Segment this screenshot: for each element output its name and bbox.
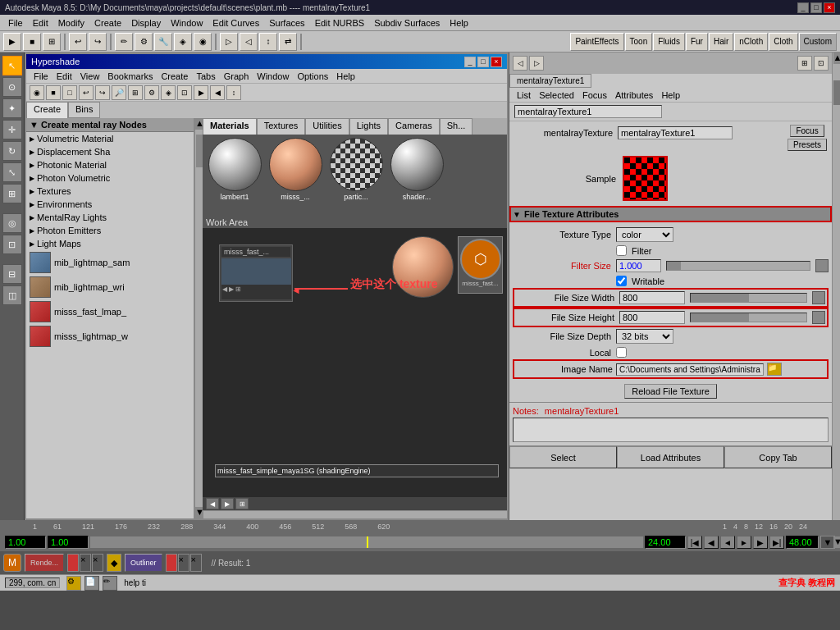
menu-edit[interactable]: Edit [28, 18, 53, 28]
hs-btn-create[interactable]: Create [26, 102, 68, 118]
toolbar-btn-1[interactable]: ▶ [3, 33, 21, 51]
outliner-btn-red[interactable] [166, 554, 177, 572]
material-item-lambert[interactable]: lambert1 [206, 138, 263, 213]
hs-toolbar-btn-3[interactable]: □ [62, 85, 77, 100]
copy-tab-button[interactable]: Copy Tab [724, 446, 832, 468]
taskbar-diamond[interactable]: ◆ [107, 554, 121, 572]
hs-tab-utilities[interactable]: Utilities [305, 118, 349, 135]
node-shading-engine[interactable]: misss_fast_simple_maya1SG (shadingEngine… [215, 464, 499, 477]
hs-toolbar-btn-2[interactable]: ■ [46, 85, 61, 100]
timeline-track[interactable] [90, 536, 643, 548]
attr-menu-focus[interactable]: Focus [578, 90, 611, 100]
hs-cat-photon-emitters[interactable]: ▶Photon Emitters [26, 224, 194, 237]
hs-cat-displacement[interactable]: ▶Displacement Sha [26, 145, 194, 158]
attr-scroll-up[interactable]: ▲ [833, 52, 840, 64]
hs-toolbar-btn-4[interactable]: ↩ [79, 85, 94, 100]
attr-slider-file-height[interactable] [690, 313, 807, 322]
timeline-start[interactable] [5, 536, 46, 549]
attr-name-input[interactable] [514, 105, 662, 118]
tool-show-manip[interactable]: ⊡ [2, 235, 22, 254]
wa-btn-2[interactable]: ▶ [221, 498, 234, 509]
attr-input-file-width[interactable] [619, 291, 685, 304]
timeline-end[interactable] [48, 536, 89, 549]
hs-left-scrollbar[interactable]: ▲ ▼ [194, 118, 203, 518]
tab-fur[interactable]: Fur [686, 33, 708, 51]
playback-step-fwd[interactable]: ▶ [753, 536, 768, 549]
hs-close[interactable]: × [491, 57, 502, 67]
attr-checkbox-writable[interactable] [616, 276, 627, 286]
outliner-btn-x2[interactable]: × [190, 554, 202, 572]
hs-btn-bins[interactable]: Bins [68, 102, 100, 118]
load-attributes-button[interactable]: Load Attributes [617, 446, 724, 468]
material-item-misss[interactable]: misss_... [267, 138, 324, 213]
tab-toon[interactable]: Toon [625, 33, 653, 51]
attr-toolbar-btn-1[interactable]: ◁ [513, 56, 527, 71]
tool-combined[interactable]: ⊞ [2, 184, 22, 203]
hs-menu-view[interactable]: View [76, 71, 104, 81]
attr-btn-file-height[interactable] [812, 311, 825, 324]
hs-cat-textures[interactable]: ▶Textures [26, 185, 194, 198]
tab-custom[interactable]: Custom [799, 33, 837, 51]
tab-cloth[interactable]: Cloth [769, 33, 797, 51]
hs-cat-mr-lights[interactable]: ▶MentalRay Lights [26, 211, 194, 224]
attr-toolbar-btn-4[interactable]: ⊡ [814, 56, 829, 71]
hs-minimize[interactable]: _ [464, 57, 476, 67]
attr-slider-file-width[interactable] [690, 293, 807, 303]
hs-menu-edit[interactable]: Edit [52, 71, 76, 81]
toolbar-btn-5[interactable]: ⚙ [135, 33, 153, 51]
hs-node-mib-sam[interactable]: mib_lightmap_sam [26, 250, 194, 275]
playback-goto-start[interactable]: |◀ [687, 536, 702, 549]
attr-select-file-depth[interactable]: 32 bits 16 bits 8 bits [616, 329, 673, 344]
menu-file[interactable]: File [3, 18, 28, 28]
toolbar-btn-10[interactable]: ◁ [240, 33, 258, 51]
hs-cat-photon-vol[interactable]: ▶Photon Volumetric [26, 171, 194, 185]
toolbar-btn-9[interactable]: ▷ [220, 33, 238, 51]
status-icon-2[interactable]: 📄 [84, 576, 99, 591]
tab-painteffects[interactable]: PaintEffects [570, 33, 623, 51]
menu-window[interactable]: Window [166, 18, 208, 28]
attr-checkbox-local[interactable] [616, 347, 627, 358]
hs-menu-graph[interactable]: Graph [220, 71, 253, 81]
toolbar-btn-redo[interactable]: ↪ [89, 33, 107, 51]
attr-select-texture-type[interactable]: color scalar vector [616, 227, 673, 242]
material-item-partic[interactable]: partic... [327, 138, 385, 213]
attr-menu-list[interactable]: List [513, 90, 535, 100]
hs-toolbar-btn-12[interactable]: ◀ [210, 85, 225, 100]
attr-btn-filter-size[interactable] [815, 259, 829, 272]
renderer-btn-red[interactable] [67, 554, 79, 572]
attr-input-image-name[interactable] [616, 363, 764, 376]
tool-scale[interactable]: ⤡ [2, 162, 22, 182]
attr-toolbar-btn-2[interactable]: ▷ [529, 56, 544, 71]
attr-input-filter-size[interactable] [616, 259, 661, 272]
attr-toolbar-btn-3[interactable]: ⊞ [797, 56, 812, 71]
attr-menu-help[interactable]: Help [657, 90, 684, 100]
taskbar-outliner[interactable]: Outliner [125, 554, 162, 572]
hs-node-misss-lmap[interactable]: misss_fast_lmap_ [26, 299, 194, 324]
tool-snap[interactable]: ⊟ [2, 264, 22, 284]
wa-btn-1[interactable]: ◀ [206, 498, 219, 509]
hs-tab-textures[interactable]: Textures [257, 118, 306, 135]
playback-play-fwd[interactable]: ► [737, 536, 751, 549]
focus-button[interactable]: Focus [790, 125, 824, 137]
hs-menu-options[interactable]: Options [293, 71, 332, 81]
menu-edit-curves[interactable]: Edit Curves [208, 18, 264, 28]
toolbar-btn-6[interactable]: 🔧 [154, 33, 172, 51]
reload-file-texture-button[interactable]: Reload File Texture [624, 384, 717, 399]
tab-fluids[interactable]: Fluids [653, 33, 685, 51]
tab-ncloth[interactable]: nCloth [734, 33, 768, 51]
attr-btn-file-width[interactable] [812, 291, 825, 304]
hs-menu-create[interactable]: Create [157, 71, 192, 81]
hs-toolbar-btn-1[interactable]: ◉ [30, 85, 44, 100]
menu-subdiv[interactable]: Subdiv Surfaces [369, 18, 445, 28]
attr-checkbox-filter[interactable] [616, 245, 627, 256]
tool-rotate[interactable]: ↻ [2, 141, 22, 161]
hs-menu-bookmarks[interactable]: Bookmarks [103, 71, 157, 81]
attr-menu-attributes[interactable]: Attributes [611, 90, 657, 100]
status-icon-1[interactable]: ⚙ [66, 576, 81, 591]
menu-modify[interactable]: Modify [53, 18, 89, 28]
toolbar-btn-4[interactable]: ✏ [115, 33, 133, 51]
taskbar-renderer[interactable]: Rende... [25, 554, 64, 572]
hs-toolbar-btn-10[interactable]: ⊡ [177, 85, 192, 100]
toolbar-btn-7[interactable]: ◈ [174, 33, 192, 51]
hs-tab-cameras[interactable]: Cameras [388, 118, 440, 135]
